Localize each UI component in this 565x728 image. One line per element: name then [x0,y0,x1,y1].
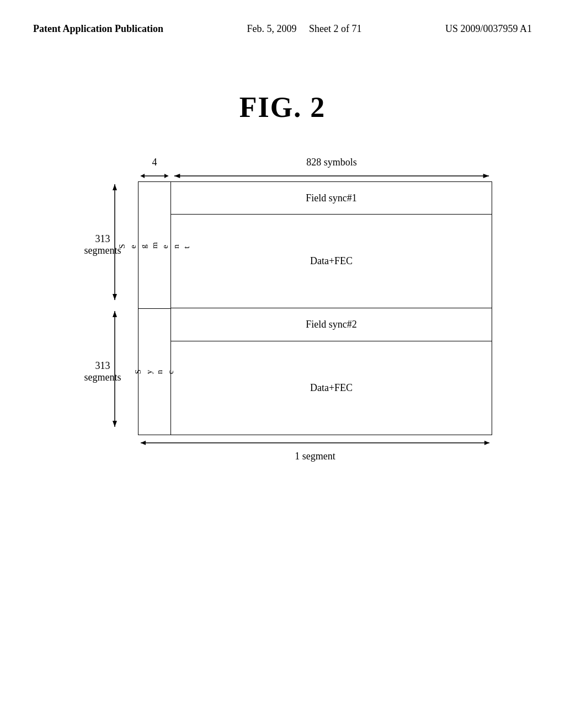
bottom-dim-label: 1 segment [138,451,492,462]
dim-828-arrow [171,170,492,181]
field-sync1-cell: Field sync#1 [171,181,492,215]
publication-number: US 2009/0037959 A1 [445,22,532,36]
svg-marker-1 [141,174,145,178]
data-fec2-cell: Data+FEC [171,341,492,435]
main-content-column: Field sync#1 Data+FEC Field sync#2 Data+… [171,181,492,435]
dim-828-label: 828 symbols [306,157,357,168]
field-sync2-cell: Field sync#2 [171,308,492,341]
svg-marker-14 [484,441,489,445]
figure-title: FIG. 2 [0,91,565,124]
svg-marker-13 [141,441,146,445]
bottom-dimension: 1 segment [138,437,492,462]
svg-marker-11 [113,421,117,427]
field-sync1-label: Field sync#1 [306,192,357,204]
segment-label: Segment [117,242,193,249]
segment-arrow [138,437,492,448]
svg-marker-4 [174,174,180,178]
narrow-column: Segment Sync [138,181,171,435]
publication-date: Feb. 5, 2009 Sheet 2 of 71 [247,22,362,36]
svg-marker-7 [113,184,117,190]
data-fec1-cell: Data+FEC [171,215,492,308]
left-labels: 313 segments 313 segments [73,181,138,435]
svg-marker-10 [113,311,117,317]
sync-label: Sync [133,369,176,374]
data-fec2-label: Data+FEC [310,382,353,394]
field-sync2-label: Field sync#2 [306,319,357,330]
svg-marker-2 [164,174,168,178]
dim-4-arrow [138,170,171,181]
svg-marker-5 [483,174,489,178]
svg-marker-8 [113,294,117,300]
dim-4-label: 4 [152,157,157,168]
data-fec1-label: Data+FEC [310,255,353,267]
bottom-segment-arrow [106,308,123,430]
publication-title: Patent Application Publication [33,22,163,36]
page-header: Patent Application Publication Feb. 5, 2… [0,0,565,47]
